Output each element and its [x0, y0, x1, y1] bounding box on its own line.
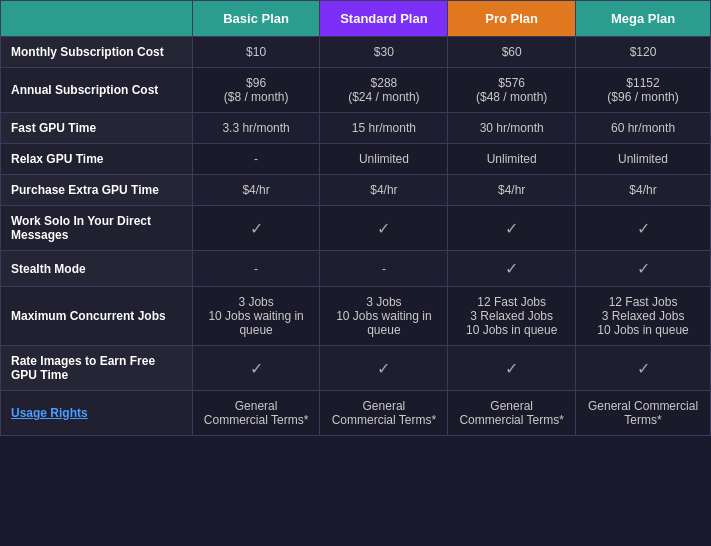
pro-monthly-cost: $60 — [448, 37, 576, 68]
basic-usage-rights: General Commercial Terms* — [192, 391, 320, 436]
basic-stealth-mode: - — [192, 251, 320, 287]
feature-cell-fast-gpu: Fast GPU Time — [1, 113, 193, 144]
feature-cell-relax-gpu: Relax GPU Time — [1, 144, 193, 175]
standard-monthly-cost: $30 — [320, 37, 448, 68]
pro-work-solo: ✓ — [448, 206, 576, 251]
mega-annual-cost: $1152($96 / month) — [576, 68, 711, 113]
standard-plan-header: Standard Plan — [320, 1, 448, 37]
pricing-table-container: Basic Plan Standard Plan Pro Plan Mega P… — [0, 0, 711, 436]
table-row: Relax GPU Time-UnlimitedUnlimitedUnlimit… — [1, 144, 711, 175]
standard-relax-gpu: Unlimited — [320, 144, 448, 175]
feature-cell-usage-rights[interactable]: Usage Rights — [1, 391, 193, 436]
standard-concurrent-jobs: 3 Jobs10 Jobs waiting in queue — [320, 287, 448, 346]
table-row: Monthly Subscription Cost$10$30$60$120 — [1, 37, 711, 68]
standard-extra-gpu: $4/hr — [320, 175, 448, 206]
pro-plan-header: Pro Plan — [448, 1, 576, 37]
basic-monthly-cost: $10 — [192, 37, 320, 68]
pro-extra-gpu: $4/hr — [448, 175, 576, 206]
basic-annual-cost: $96($8 / month) — [192, 68, 320, 113]
basic-concurrent-jobs: 3 Jobs10 Jobs waiting in queue — [192, 287, 320, 346]
feature-header — [1, 1, 193, 37]
basic-plan-header: Basic Plan — [192, 1, 320, 37]
basic-work-solo: ✓ — [192, 206, 320, 251]
standard-work-solo: ✓ — [320, 206, 448, 251]
basic-rate-images: ✓ — [192, 346, 320, 391]
pro-fast-gpu: 30 hr/month — [448, 113, 576, 144]
table-row: Annual Subscription Cost$96($8 / month)$… — [1, 68, 711, 113]
standard-stealth-mode: - — [320, 251, 448, 287]
standard-fast-gpu: 15 hr/month — [320, 113, 448, 144]
table-row: Work Solo In Your Direct Messages✓✓✓✓ — [1, 206, 711, 251]
standard-rate-images: ✓ — [320, 346, 448, 391]
feature-cell-concurrent-jobs: Maximum Concurrent Jobs — [1, 287, 193, 346]
table-row: Usage RightsGeneral Commercial Terms*Gen… — [1, 391, 711, 436]
pro-usage-rights: General Commercial Terms* — [448, 391, 576, 436]
pro-rate-images: ✓ — [448, 346, 576, 391]
standard-usage-rights: General Commercial Terms* — [320, 391, 448, 436]
table-row: Rate Images to Earn Free GPU Time✓✓✓✓ — [1, 346, 711, 391]
pro-relax-gpu: Unlimited — [448, 144, 576, 175]
feature-cell-monthly-cost: Monthly Subscription Cost — [1, 37, 193, 68]
pro-concurrent-jobs: 12 Fast Jobs3 Relaxed Jobs10 Jobs in que… — [448, 287, 576, 346]
pricing-table: Basic Plan Standard Plan Pro Plan Mega P… — [0, 0, 711, 436]
table-row: Stealth Mode--✓✓ — [1, 251, 711, 287]
table-row: Fast GPU Time3.3 hr/month15 hr/month30 h… — [1, 113, 711, 144]
table-row: Maximum Concurrent Jobs3 Jobs10 Jobs wai… — [1, 287, 711, 346]
mega-relax-gpu: Unlimited — [576, 144, 711, 175]
mega-extra-gpu: $4/hr — [576, 175, 711, 206]
mega-fast-gpu: 60 hr/month — [576, 113, 711, 144]
mega-monthly-cost: $120 — [576, 37, 711, 68]
standard-annual-cost: $288($24 / month) — [320, 68, 448, 113]
feature-cell-work-solo: Work Solo In Your Direct Messages — [1, 206, 193, 251]
feature-cell-extra-gpu: Purchase Extra GPU Time — [1, 175, 193, 206]
feature-cell-rate-images: Rate Images to Earn Free GPU Time — [1, 346, 193, 391]
usage-rights-link[interactable]: Usage Rights — [11, 406, 88, 420]
mega-work-solo: ✓ — [576, 206, 711, 251]
pro-stealth-mode: ✓ — [448, 251, 576, 287]
basic-extra-gpu: $4/hr — [192, 175, 320, 206]
basic-relax-gpu: - — [192, 144, 320, 175]
table-row: Purchase Extra GPU Time$4/hr$4/hr$4/hr$4… — [1, 175, 711, 206]
mega-concurrent-jobs: 12 Fast Jobs3 Relaxed Jobs10 Jobs in que… — [576, 287, 711, 346]
feature-cell-stealth-mode: Stealth Mode — [1, 251, 193, 287]
mega-usage-rights: General Commercial Terms* — [576, 391, 711, 436]
pro-annual-cost: $576($48 / month) — [448, 68, 576, 113]
mega-rate-images: ✓ — [576, 346, 711, 391]
feature-cell-annual-cost: Annual Subscription Cost — [1, 68, 193, 113]
basic-fast-gpu: 3.3 hr/month — [192, 113, 320, 144]
mega-stealth-mode: ✓ — [576, 251, 711, 287]
mega-plan-header: Mega Plan — [576, 1, 711, 37]
